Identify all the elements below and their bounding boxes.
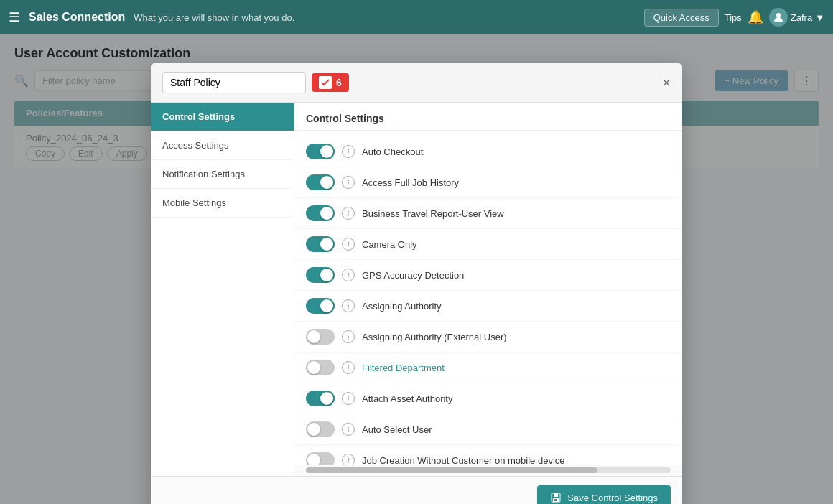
- setting-label: Attach Asset Authority: [362, 393, 671, 404]
- avatar: [769, 8, 788, 27]
- badge-button[interactable]: 6: [312, 73, 349, 92]
- setting-row: iAttach Asset Authority: [294, 383, 682, 414]
- user-name: Zafra: [791, 12, 812, 23]
- info-icon[interactable]: i: [342, 454, 355, 465]
- toggle-switch[interactable]: [306, 452, 335, 465]
- info-icon[interactable]: i: [342, 330, 355, 343]
- setting-label: Auto Select User: [362, 424, 671, 435]
- sidebar-tab-control-settings[interactable]: Control Settings: [151, 103, 294, 131]
- setting-row: iCamera Only: [294, 229, 682, 260]
- setting-row: iBusiness Travel Report-User View: [294, 198, 682, 229]
- tips-button[interactable]: Tips: [725, 12, 742, 23]
- content-section-title: Control Settings: [294, 103, 682, 131]
- sidebar-tab-access-settings[interactable]: Access Settings: [151, 131, 294, 160]
- toggle-switch[interactable]: [306, 267, 335, 283]
- setting-label: GPS Accuracy Detection: [362, 270, 671, 281]
- modal-right-content: Control Settings iAuto CheckoutiAccess F…: [294, 103, 682, 476]
- setting-row: iGPS Accuracy Detection: [294, 260, 682, 291]
- info-icon[interactable]: i: [342, 238, 355, 251]
- modal-sidebar: Control Settings Access Settings Notific…: [151, 103, 294, 476]
- nav-actions: Quick Access Tips 🔔 Zafra ▼: [644, 8, 824, 27]
- top-nav: ☰ Sales Connection What you are will sho…: [0, 0, 833, 34]
- setting-label: Job Creation Without Customer on mobile …: [362, 455, 671, 465]
- setting-label: Camera Only: [362, 239, 671, 250]
- modal-close-button[interactable]: ×: [662, 75, 671, 90]
- save-control-settings-button[interactable]: Save Control Settings: [537, 485, 671, 504]
- setting-row: iAccess Full Job History: [294, 167, 682, 198]
- toggle-switch[interactable]: [306, 174, 335, 190]
- info-icon[interactable]: i: [342, 269, 355, 281]
- save-button-label: Save Control Settings: [567, 493, 658, 503]
- setting-label: Filtered Department: [362, 363, 671, 373]
- svg-rect-2: [554, 493, 558, 497]
- quick-access-button[interactable]: Quick Access: [644, 9, 719, 27]
- setting-row: iJob Creation Without Customer on mobile…: [294, 445, 682, 465]
- svg-point-0: [776, 13, 781, 17]
- info-icon[interactable]: i: [342, 392, 355, 405]
- toggle-switch[interactable]: [306, 298, 335, 314]
- toggle-switch[interactable]: [306, 421, 335, 437]
- sidebar-tab-notification-settings[interactable]: Notification Settings: [151, 160, 294, 189]
- info-icon[interactable]: i: [342, 423, 355, 436]
- toggle-switch[interactable]: [306, 360, 335, 375]
- info-icon[interactable]: i: [342, 361, 355, 374]
- notification-bell-icon[interactable]: 🔔: [748, 9, 763, 25]
- app-tagline: What you are will show in what you do.: [134, 12, 635, 23]
- setting-row: iAuto Checkout: [294, 136, 682, 167]
- modal-body: Control Settings Access Settings Notific…: [151, 103, 682, 476]
- user-menu[interactable]: Zafra ▼: [769, 8, 824, 27]
- toggle-switch[interactable]: [306, 329, 335, 345]
- modal-footer: Save Control Settings: [151, 476, 682, 504]
- chevron-down-icon: ▼: [815, 12, 824, 23]
- sidebar-tab-mobile-settings[interactable]: Mobile Settings: [151, 189, 294, 218]
- setting-row: iFiltered Department: [294, 353, 682, 383]
- modal-header: 6 ×: [151, 63, 682, 103]
- toggle-switch[interactable]: [306, 205, 335, 221]
- check-icon: [319, 76, 332, 89]
- setting-row: iAssigning Authority: [294, 291, 682, 322]
- svg-rect-4: [554, 499, 557, 501]
- toggle-switch[interactable]: [306, 236, 335, 252]
- setting-label: Assigning Authority: [362, 301, 671, 312]
- setting-label: Business Travel Report-User View: [362, 208, 671, 219]
- save-icon: [550, 492, 562, 503]
- setting-label: Assigning Authority (External User): [362, 332, 671, 342]
- toggle-switch[interactable]: [306, 391, 335, 406]
- info-icon[interactable]: i: [342, 145, 355, 158]
- policy-name-input[interactable]: [162, 72, 306, 93]
- setting-row: iAuto Select User: [294, 414, 682, 445]
- main-background: User Account Customization 🔍 + New Polic…: [0, 34, 833, 504]
- setting-row: iAssigning Authority (External User): [294, 322, 682, 353]
- info-icon[interactable]: i: [342, 299, 355, 312]
- toggle-switch[interactable]: [306, 144, 335, 159]
- setting-label: Auto Checkout: [362, 146, 671, 157]
- badge-count: 6: [336, 77, 342, 88]
- policy-settings-modal: 6 × Control Settings Access Settings Not…: [151, 63, 682, 504]
- menu-icon[interactable]: ☰: [9, 9, 20, 25]
- info-icon[interactable]: i: [342, 176, 355, 189]
- app-logo: Sales Connection: [29, 11, 125, 24]
- settings-list: iAuto CheckoutiAccess Full Job HistoryiB…: [294, 131, 682, 465]
- setting-label: Access Full Job History: [362, 177, 671, 188]
- info-icon[interactable]: i: [342, 207, 355, 220]
